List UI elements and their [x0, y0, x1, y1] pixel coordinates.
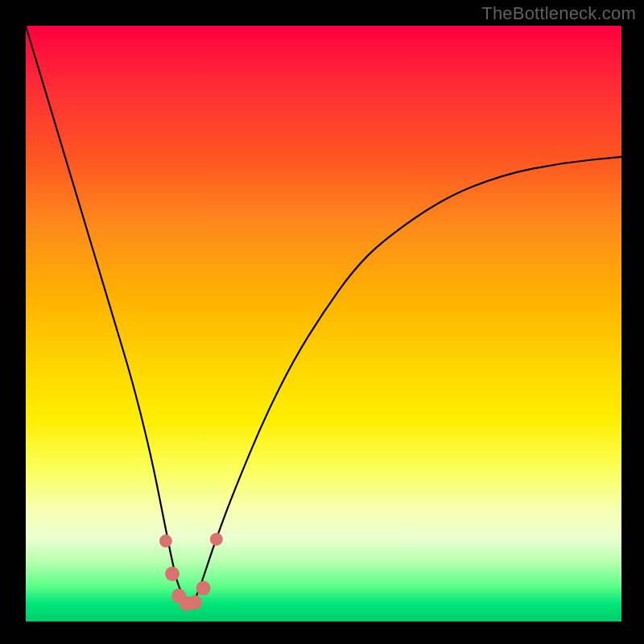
dot-right-upper	[210, 533, 223, 546]
attribution-text: TheBottleneck.com	[481, 3, 636, 24]
dot-left-upper	[159, 535, 172, 547]
chart-stage: TheBottleneck.com	[0, 0, 644, 644]
bottleneck-curve-path	[26, 26, 621, 604]
dot-min-2	[188, 595, 202, 609]
dot-left-mid	[165, 567, 180, 581]
plot-area	[26, 26, 621, 621]
dot-right-low	[196, 581, 211, 596]
bottleneck-curve-svg	[26, 26, 621, 621]
bottleneck-dots	[159, 533, 223, 611]
